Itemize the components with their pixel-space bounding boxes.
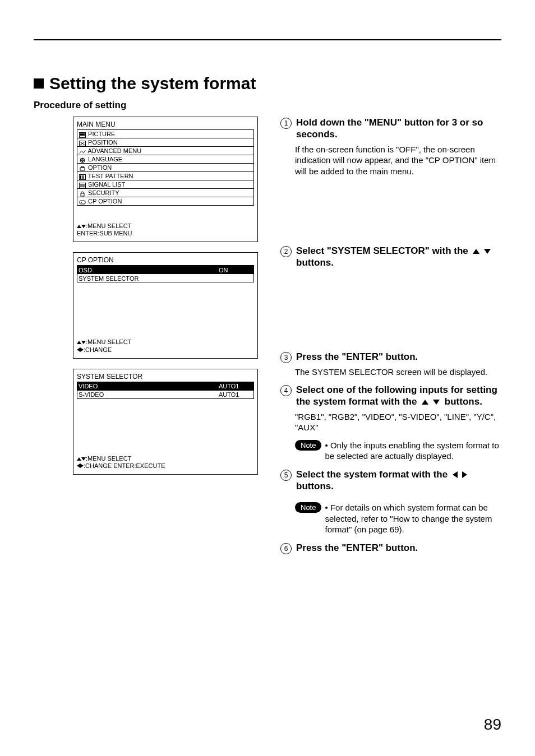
page-number: 89 xyxy=(484,716,501,734)
step-6: 6 Press the "ENTER" button. xyxy=(280,542,501,554)
svg-rect-8 xyxy=(81,166,84,168)
menu-footer: :MENU SELECT ENTER:SUB MENU xyxy=(77,222,254,237)
note-2: Note For details on which system format … xyxy=(295,502,501,535)
cp-option-icon xyxy=(79,200,86,205)
note-badge: Note xyxy=(295,502,321,513)
menu-item-label: LANGUAGE xyxy=(88,156,122,163)
menu-item-label: TEST PATTERN xyxy=(88,173,133,179)
menu-footer: :MENU SELECT :CHANGE ENTER:EXECUTE xyxy=(77,455,254,470)
main-menu-items: PICTURE POSITION ADVANCED MENU LANGUAGE … xyxy=(77,129,254,206)
signal-list-icon xyxy=(79,183,86,188)
menu-item-label: ADVANCED MENU xyxy=(87,147,141,154)
down-arrow-icon xyxy=(433,400,440,405)
menu-item-label: VIDEO xyxy=(79,383,219,389)
right-column: 1 Hold down the "MENU" button for 3 or s… xyxy=(280,117,501,558)
down-arrow-icon xyxy=(81,457,86,461)
down-arrow-icon xyxy=(484,249,491,254)
up-arrow-icon xyxy=(77,457,81,461)
menu-item-value xyxy=(219,275,252,282)
step-heading: Hold down the "MENU" button for 3 or so … xyxy=(296,117,501,141)
svg-point-18 xyxy=(81,202,82,203)
step-heading: Press the "ENTER" button. xyxy=(296,542,418,554)
svg-rect-7 xyxy=(80,168,85,170)
step-heading: Select one of the following inputs for s… xyxy=(296,384,501,408)
svg-rect-16 xyxy=(81,193,84,196)
cp-option-box: CP OPTION OSDON SYSTEM SELECTOR :MENU SE… xyxy=(73,252,258,358)
step-number-icon: 6 xyxy=(280,543,292,554)
menu-item-label: SYSTEM SELECTOR xyxy=(79,275,219,282)
menu-item-label: PICTURE xyxy=(88,131,115,137)
svg-rect-10 xyxy=(80,175,81,179)
menu-item-label: OSD xyxy=(79,267,219,273)
step-number-icon: 5 xyxy=(280,470,292,481)
step-3: 3 Press the "ENTER" button. xyxy=(280,351,501,363)
note-text: Only the inputs enabling the system form… xyxy=(325,440,501,462)
system-selector-box: SYSTEM SELECTOR VIDEOAUTO1 S-VIDEOAUTO1 … xyxy=(73,369,258,475)
up-arrow-icon xyxy=(473,249,479,254)
menu-item-label: SIGNAL LIST xyxy=(88,181,125,188)
picture-icon xyxy=(79,132,86,138)
note-1: Note Only the inputs enabling the system… xyxy=(295,440,501,462)
step-number-icon: 4 xyxy=(280,385,292,396)
position-icon xyxy=(79,141,86,146)
menu-footer: :MENU SELECT :CHANGE xyxy=(77,338,254,353)
cp-option-heading: CP OPTION xyxy=(77,256,254,264)
system-selector-heading: SYSTEM SELECTOR xyxy=(77,373,254,381)
menu-item-label: CP OPTION xyxy=(88,198,122,205)
step-description: The SYSTEM SELECTOR screen will be displ… xyxy=(295,367,501,378)
security-icon xyxy=(79,191,86,197)
down-arrow-icon xyxy=(81,341,86,344)
step-heading: Select the system format with the button… xyxy=(296,469,501,493)
step-4: 4 Select one of the following inputs for… xyxy=(280,384,501,408)
step-heading: Select "SYSTEM SELECTOR" with the button… xyxy=(296,245,501,269)
step-number-icon: 1 xyxy=(280,118,292,129)
menu-item-value: AUTO1 xyxy=(219,391,252,398)
menu-item-label: POSITION xyxy=(88,139,118,146)
step-description: "RGB1", "RGB2", "VIDEO", "S-VIDEO", "LIN… xyxy=(295,411,501,433)
main-menu-heading: MAIN MENU xyxy=(77,120,254,128)
left-arrow-icon xyxy=(453,471,458,478)
menu-item-value: ON xyxy=(219,267,252,273)
page-title: Setting the system format xyxy=(49,74,256,93)
bullet-square-icon xyxy=(34,78,44,89)
menu-item-label: S-VIDEO xyxy=(79,391,219,398)
step-description: If the on-screen function is "OFF", the … xyxy=(295,144,501,177)
svg-rect-11 xyxy=(82,175,84,179)
cp-option-items: OSDON SYSTEM SELECTOR xyxy=(77,265,254,282)
top-rule xyxy=(34,39,501,40)
menu-item-label: SECURITY xyxy=(88,189,119,196)
test-pattern-icon xyxy=(79,174,86,180)
step-heading: Press the "ENTER" button. xyxy=(296,351,418,363)
step-number-icon: 2 xyxy=(280,246,292,257)
up-arrow-icon xyxy=(77,341,81,344)
menu-item-label: OPTION xyxy=(88,164,112,171)
svg-rect-1 xyxy=(80,133,85,136)
menu-item-value: AUTO1 xyxy=(219,383,252,389)
language-icon xyxy=(79,157,86,163)
system-selector-items: VIDEOAUTO1 S-VIDEOAUTO1 xyxy=(77,382,254,399)
up-arrow-icon xyxy=(422,400,428,405)
svg-rect-17 xyxy=(80,201,85,204)
title-row: Setting the system format xyxy=(34,74,501,93)
main-menu-box: MAIN MENU PICTURE POSITION ADVANCED MENU… xyxy=(73,117,258,242)
up-arrow-icon xyxy=(77,225,81,228)
left-column: MAIN MENU PICTURE POSITION ADVANCED MENU… xyxy=(34,117,258,558)
step-2: 2 Select "SYSTEM SELECTOR" with the butt… xyxy=(280,245,501,269)
right-arrow-icon xyxy=(462,471,467,478)
note-badge: Note xyxy=(295,440,321,451)
section-subtitle: Procedure of setting xyxy=(34,100,501,111)
step-5: 5 Select the system format with the butt… xyxy=(280,469,501,493)
note-text: For details on which system format can b… xyxy=(325,502,501,535)
step-1: 1 Hold down the "MENU" button for 3 or s… xyxy=(280,117,501,141)
step-number-icon: 3 xyxy=(280,352,292,363)
option-icon xyxy=(79,166,86,171)
down-arrow-icon xyxy=(81,225,86,228)
advanced-icon xyxy=(79,149,86,155)
